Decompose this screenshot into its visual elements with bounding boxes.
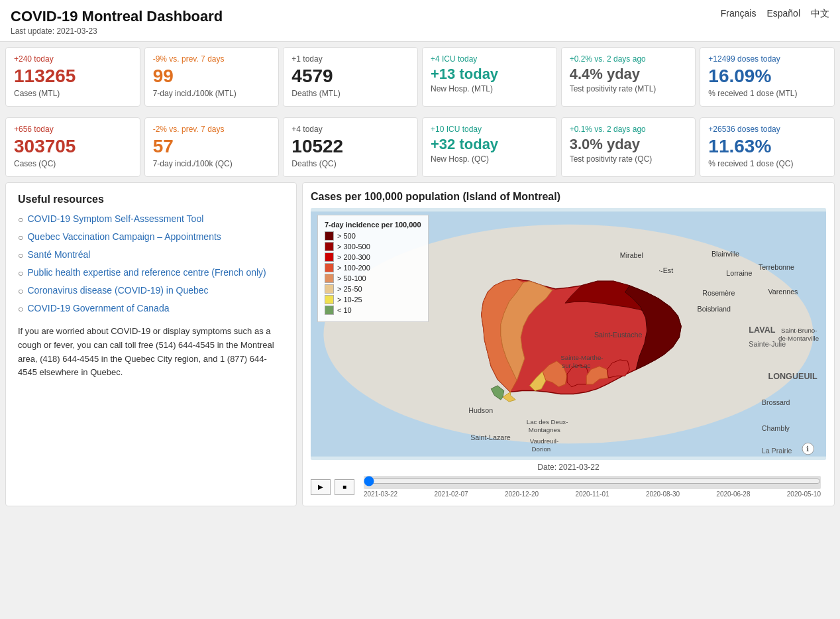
resource-link-1[interactable]: Quebec Vaccination Campaign – Appointmen… <box>27 231 221 242</box>
page-header: COVID-19 Montreal Dashboard Last update:… <box>0 0 840 42</box>
legend-label: > 10-25 <box>337 296 362 304</box>
map-title: Cases per 100,000 population (Island of … <box>311 191 826 203</box>
stat-label: % received 1 dose (MTL) <box>708 89 826 98</box>
svg-text:Saint-Bruno-: Saint-Bruno- <box>781 327 817 334</box>
resource-link-0[interactable]: COVID-19 Symptom Self-Assessment Tool <box>27 213 203 224</box>
stat-value: 10522 <box>291 137 409 157</box>
stat-value: 16.09% <box>708 66 826 87</box>
legend-swatch <box>325 263 334 272</box>
resources-title: Useful resources <box>18 194 284 205</box>
legend-item-1: > 300-500 <box>325 242 421 251</box>
svg-text:Saint-Eustache: Saint-Eustache <box>594 331 643 339</box>
legend-label: > 200-300 <box>337 253 370 261</box>
stat-change: +240 today <box>14 54 132 64</box>
stat-label: Cases (QC) <box>14 159 132 168</box>
stat-label: 7-day incid./100k (MTL) <box>153 89 271 98</box>
timeline-label-0: 2021-03-22 <box>364 490 397 498</box>
stat-card-3: +10 ICU today+32 todayNew Hosp. (QC) <box>422 117 557 177</box>
resources-panel: Useful resources COVID-19 Symptom Self-A… <box>5 182 297 506</box>
resource-item-3: Public health expertise and reference ce… <box>18 267 284 278</box>
legend-label: > 25-50 <box>337 285 362 293</box>
stat-label: Deaths (QC) <box>291 159 409 168</box>
stat-value: 303705 <box>14 137 132 157</box>
resource-link-3[interactable]: Public health expertise and reference ce… <box>27 267 266 278</box>
language-links: Français Español 中文 <box>721 8 829 20</box>
svg-text:Terrebonne: Terrebonne <box>759 263 794 271</box>
stats-grid-row2: +656 today303705Cases (QC)-2% vs. prev. … <box>0 112 840 182</box>
legend-swatch <box>325 231 334 241</box>
stat-value: 99 <box>153 66 271 87</box>
svg-text:Montagnes: Montagnes <box>529 426 560 433</box>
last-update: Last update: 2021-03-23 <box>11 27 223 36</box>
lang-chinese[interactable]: 中文 <box>811 8 829 20</box>
resource-link-4[interactable]: Coronavirus disease (COVID-19) in Quebec <box>27 285 208 296</box>
lang-spanish[interactable]: Español <box>766 8 800 20</box>
timeline-label-4: 2020-08-30 <box>646 490 680 498</box>
timeline-labels: 2021-03-222021-02-072020-12-202020-11-01… <box>361 490 823 498</box>
resource-link-5[interactable]: COVID-19 Government of Canada <box>27 303 169 313</box>
stat-change: +10 ICU today <box>431 125 549 134</box>
svg-text:LAVAL: LAVAL <box>749 325 775 335</box>
lang-french[interactable]: Français <box>721 8 757 20</box>
svg-text:Dorion: Dorion <box>532 445 551 453</box>
svg-text:Sainte-Marthe-: Sainte-Marthe- <box>560 354 603 361</box>
legend-swatch <box>325 306 334 315</box>
stop-button[interactable]: ■ <box>335 479 354 495</box>
svg-text:LONGUEUIL: LONGUEUIL <box>768 372 817 381</box>
svg-text:Mirabel: Mirabel <box>620 251 643 259</box>
resource-item-4: Coronavirus disease (COVID-19) in Quebec <box>18 285 284 296</box>
legend-item-5: > 25-50 <box>325 284 421 294</box>
resources-list: COVID-19 Symptom Self-Assessment ToolQue… <box>18 213 284 314</box>
stat-card-5: +12499 doses today16.09%% received 1 dos… <box>700 47 835 107</box>
stat-change: +656 today <box>14 125 132 134</box>
timeline-slider[interactable] <box>364 476 821 486</box>
play-button[interactable]: ▶ <box>311 479 331 495</box>
timeline-label-6: 2020-05-10 <box>787 490 821 498</box>
info-text: If you are worried about COVID-19 or dis… <box>18 325 284 380</box>
svg-text:Saint-Lazare: Saint-Lazare <box>470 433 511 441</box>
svg-text:Blainville: Blainville <box>711 250 739 258</box>
resource-item-1: Quebec Vaccination Campaign – Appointmen… <box>18 231 284 243</box>
legend-item-4: > 50-100 <box>325 274 421 283</box>
stat-value: 11.63% <box>708 137 826 157</box>
legend-item-3: > 100-200 <box>325 263 421 272</box>
legend-swatch <box>325 253 334 262</box>
stat-value: +32 today <box>431 137 549 152</box>
map-legend: 7-day incidence per 100,000 > 500> 300-5… <box>317 215 429 322</box>
svg-text:Chambly: Chambly <box>762 424 790 432</box>
legend-label: > 100-200 <box>337 264 370 272</box>
legend-title: 7-day incidence per 100,000 <box>325 221 421 229</box>
header-left: COVID-19 Montreal Dashboard Last update:… <box>11 8 223 36</box>
stat-card-1: -9% vs. prev. 7 days997-day incid./100k … <box>144 47 280 107</box>
stat-change: -9% vs. prev. 7 days <box>153 54 271 64</box>
stat-label: New Hosp. (MTL) <box>431 84 549 93</box>
svg-text:Brossard: Brossard <box>762 398 790 406</box>
svg-text:·-Est: ·-Est <box>658 266 673 274</box>
resource-item-0: COVID-19 Symptom Self-Assessment Tool <box>18 213 284 225</box>
svg-text:Varennes: Varennes <box>768 288 798 296</box>
stat-change: +0.1% vs. 2 days ago <box>570 125 688 134</box>
legend-item-0: > 500 <box>325 231 421 241</box>
svg-text:Boisbriand: Boisbriand <box>698 305 731 313</box>
svg-text:de-Montarville: de-Montarville <box>778 335 819 342</box>
stat-change: +0.2% vs. 2 days ago <box>570 54 688 64</box>
stat-value: 4579 <box>291 66 409 87</box>
stats-grid-row1: +240 today113265Cases (MTL)-9% vs. prev.… <box>0 42 840 112</box>
map-controls: ▶ ■ 2021-03-222021-02-072020-12-202020-1… <box>311 476 826 498</box>
stat-card-4: +0.1% vs. 2 days ago3.0% ydayTest positi… <box>561 117 696 177</box>
stat-card-1: -2% vs. prev. 7 days577-day incid./100k … <box>144 117 280 177</box>
legend-swatch <box>325 274 334 283</box>
stat-value: +13 today <box>431 66 549 82</box>
map-panel: Cases per 100,000 population (Island of … <box>302 182 835 506</box>
svg-text:sur-le-Lac: sur-le-Lac <box>562 362 590 369</box>
stat-value: 3.0% yday <box>570 137 688 152</box>
legend-item-6: > 10-25 <box>325 295 421 304</box>
resource-link-2[interactable]: Santé Montréal <box>27 249 90 260</box>
bottom-section: Useful resources COVID-19 Symptom Self-A… <box>0 182 840 512</box>
svg-text:Rosemère: Rosemère <box>702 289 735 297</box>
stat-label: New Hosp. (QC) <box>431 154 549 164</box>
stat-change: +1 today <box>291 54 409 64</box>
legend-swatch <box>325 295 334 304</box>
legend-item-7: < 10 <box>325 306 421 315</box>
legend-item-2: > 200-300 <box>325 253 421 262</box>
